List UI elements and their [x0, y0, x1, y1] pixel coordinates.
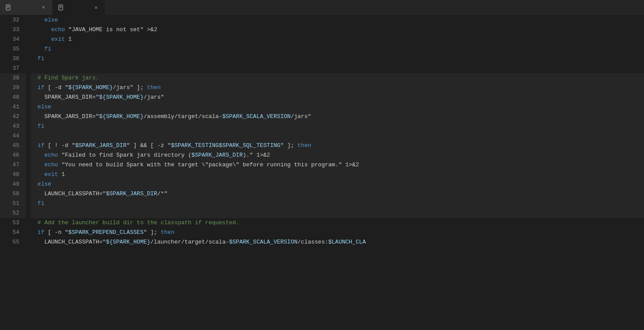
- code-line: [31, 208, 644, 218]
- line-number: 50: [0, 189, 26, 199]
- svg-rect-4: [59, 5, 63, 10]
- code-line: fi: [31, 122, 644, 131]
- code-line: [31, 131, 644, 141]
- tab-spark-class-close[interactable]: ✕: [93, 4, 100, 11]
- line-number: 46: [0, 151, 26, 160]
- line-numbers: 3233343536373839404142434445464748495051…: [0, 15, 26, 330]
- code-line: fi: [31, 54, 644, 64]
- tab-bar: ✕ ✕: [0, 0, 644, 15]
- code-line: exit 1: [31, 35, 644, 44]
- line-number: 36: [0, 54, 26, 64]
- code-line: SPARK_JARS_DIR="${SPARK_HOME}/jars": [31, 93, 644, 102]
- code-line: echo "Failed to find Spark jars director…: [31, 151, 644, 160]
- tab-spark-class[interactable]: ✕: [53, 0, 105, 15]
- code-line: else: [31, 179, 644, 189]
- line-number: 53: [0, 218, 26, 228]
- code-line: fi: [31, 44, 644, 54]
- line-number: 49: [0, 179, 26, 189]
- line-number: 54: [0, 228, 26, 237]
- tab-spark-submit[interactable]: ✕: [0, 0, 53, 15]
- code-line: if [ -d "${SPARK_HOME}/jars" ]; then: [31, 83, 644, 93]
- line-number: 41: [0, 102, 26, 112]
- line-number: 45: [0, 141, 26, 151]
- line-number: 47: [0, 160, 26, 170]
- line-number: 33: [0, 25, 26, 35]
- code-line: else: [31, 15, 644, 25]
- code-line: echo "JAVA_HOME is not set" >&2: [31, 25, 644, 35]
- code-line: if [ -n "$SPARK_PREPEND_CLASSES" ]; then: [31, 228, 644, 237]
- line-number: 52: [0, 208, 26, 218]
- code-line: fi: [31, 199, 644, 208]
- line-number: 37: [0, 64, 26, 73]
- file-icon-active: [58, 4, 64, 11]
- code-line: # Add the launcher build dir to the clas…: [31, 218, 644, 228]
- line-number: 43: [0, 122, 26, 131]
- line-number: 40: [0, 93, 26, 102]
- svg-rect-0: [6, 5, 10, 10]
- code-line: if [ ! -d "$SPARK_JARS_DIR" ] && [ -z "$…: [31, 141, 644, 151]
- line-number: 34: [0, 35, 26, 44]
- line-number: 48: [0, 170, 26, 179]
- code-line: echo "You need to build Spark with the t…: [31, 160, 644, 170]
- code-line: LAUNCH_CLASSPATH="${SPARK_HOME}/launcher…: [31, 237, 644, 247]
- line-number: 32: [0, 15, 26, 25]
- code-area[interactable]: else echo "JAVA_HOME is not set" >&2 exi…: [26, 15, 644, 330]
- line-number: 39: [0, 83, 26, 93]
- editor-container: 3233343536373839404142434445464748495051…: [0, 15, 644, 330]
- line-number: 55: [0, 237, 26, 247]
- code-line: else: [31, 102, 644, 112]
- code-line: exit 1: [31, 170, 644, 179]
- code-line: SPARK_JARS_DIR="${SPARK_HOME}/assembly/t…: [31, 112, 644, 122]
- line-number: 38: [0, 73, 26, 83]
- code-line: # Find Spark jars.: [31, 73, 644, 83]
- code-line: [31, 64, 644, 73]
- file-icon: [5, 4, 11, 11]
- line-number: 44: [0, 131, 26, 141]
- line-number: 42: [0, 112, 26, 122]
- line-number: 35: [0, 44, 26, 54]
- line-number: 51: [0, 199, 26, 208]
- tab-spark-submit-close[interactable]: ✕: [40, 4, 47, 11]
- code-line: LAUNCH_CLASSPATH="$SPARK_JARS_DIR/*": [31, 189, 644, 199]
